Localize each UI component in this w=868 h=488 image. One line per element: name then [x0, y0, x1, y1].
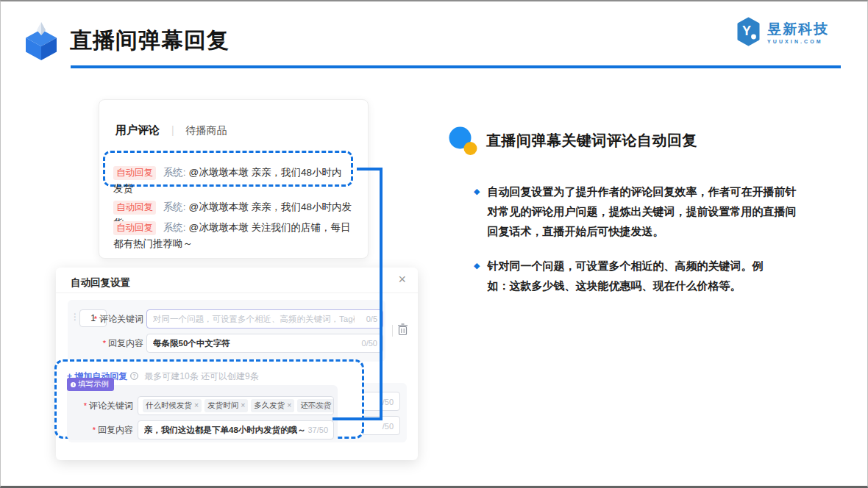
info-icon: i [71, 382, 76, 387]
keyword-tag[interactable]: 发货时间× [204, 399, 248, 412]
example-reply-counter: 37/50 [307, 426, 328, 434]
tag-close-icon[interactable]: × [241, 401, 245, 409]
feature-bullet-text: 针对同一个问题，可设置多个相近的、高频的关键词。例如：这款多少钱、这块能优惠吗、… [487, 256, 780, 295]
message-sender: 系统: [163, 222, 186, 233]
connector-line [332, 417, 383, 420]
message-sender: 系统: [163, 167, 186, 178]
auto-reply-badge: 自动回复 [113, 201, 156, 215]
brand-logo: Y 昱新科技 YUUXIN.COM [736, 17, 829, 49]
feature-bullet: ◆ 针对同一个问题，可设置多个相近的、高频的关键词。例如：这款多少钱、这块能优惠… [474, 256, 780, 295]
feature-heading: 直播间弹幕关键词评论自动回复 [486, 131, 697, 151]
dialog-title: 自动回复设置 [71, 276, 130, 290]
example-reply-input[interactable] [138, 420, 334, 439]
connector-line [380, 168, 383, 420]
chat-message: 自动回复 系统:@冰墩墩本墩 亲亲，我们48小时内发货 [113, 165, 349, 196]
keyword-counter: 0/5 [366, 315, 377, 323]
feature-bullet: ◆ 自动回复设置为了提升作者的评论回复效率，作者可在开播前针对常见的评论用户问题… [474, 182, 799, 241]
example-reply-label: *回复内容 [73, 424, 133, 437]
keyword-tag[interactable]: 什么时候发货× [143, 399, 202, 412]
keyword-input[interactable] [146, 309, 383, 329]
example-reply-input-wrap: 37/50 [138, 420, 334, 439]
brand-domain: YUUXIN.COM [767, 39, 829, 44]
keyword-counter-hidden: /50 [383, 398, 394, 406]
dialog-divider [56, 293, 418, 293]
add-hint-text: 最多可建10条 还可以创建9条 [144, 370, 258, 383]
brand-name: 昱新科技 [767, 22, 829, 37]
keyword-label: *评论关键词 [74, 313, 143, 326]
diamond-bullet-icon: ◆ [474, 182, 480, 241]
tag-close-icon[interactable]: × [333, 401, 334, 409]
svg-text:Y: Y [742, 24, 751, 38]
tab-divider: | [171, 124, 174, 136]
auto-reply-settings-dialog: 自动回复设置 × ⋮⋮ 1 *评论关键词 0/5 *回复内容 0/50 [56, 268, 418, 460]
tag-close-icon[interactable]: × [287, 401, 291, 409]
auto-reply-badge: 自动回复 [113, 221, 156, 235]
example-keyword-input-wrap: 什么时候发货× 发货时间× 多久发货× 还不发货× 20/50 [138, 396, 334, 415]
required-mark: * [94, 315, 97, 323]
tab-pending-products[interactable]: 待播商品 [185, 124, 227, 136]
svg-text:?: ? [133, 373, 136, 378]
page: 直播间弹幕回复 Y 昱新科技 YUUXIN.COM 用户评论 | 待播商品 自动… [0, 0, 868, 488]
reply-input-wrap: 0/50 [146, 334, 383, 353]
reply-label: *回复内容 [74, 337, 143, 350]
header-divider [71, 65, 841, 68]
delete-separator [392, 325, 393, 337]
example-dashed-frame: + 增加自动回复 ? 最多可建10条 还可以创建9条 i 填写示例 *评论关键词 [54, 359, 364, 439]
example-panel: *评论关键词 什么时候发货× 发货时间× 多久发货× 还不发货× 20/50 *… [67, 385, 338, 440]
tag-close-icon[interactable]: × [194, 401, 199, 409]
auto-reply-badge: 自动回复 [113, 166, 156, 180]
comments-card: 用户评论 | 待播商品 自动回复 系统:@冰墩墩本墩 亲亲，我们48小时内发货 … [99, 99, 369, 259]
required-mark: * [103, 339, 106, 348]
close-icon[interactable]: × [398, 272, 406, 287]
reply-input[interactable] [146, 334, 383, 353]
example-keyword-label: *评论关键词 [73, 400, 133, 412]
connector-line [357, 168, 383, 171]
info-icon: ? [130, 372, 138, 382]
reply-counter-hidden: /50 [383, 422, 394, 431]
delete-icon[interactable] [397, 323, 409, 337]
tab-user-comments[interactable]: 用户评论 [115, 123, 160, 136]
rule-row-1: ⋮⋮ 1 *评论关键词 0/5 *回复内容 0/50 [68, 300, 385, 362]
keyword-tag[interactable]: 多久发货× [251, 399, 294, 412]
required-mark: * [93, 426, 96, 434]
diamond-bullet-icon: ◆ [474, 256, 480, 295]
reply-counter: 0/50 [362, 339, 377, 348]
example-keyword-tags[interactable]: 什么时候发货× 发货时间× 多久发货× 还不发货× [138, 396, 334, 415]
example-keyword-counter: 20/50 [307, 401, 328, 410]
chat-message: 自动回复 系统:@冰墩墩本墩 关注我们的店铺，每日都有热门推荐呦～ [113, 220, 357, 251]
tab-bar: 用户评论 | 待播商品 [115, 123, 227, 137]
example-badge: i 填写示例 [67, 378, 114, 391]
feature-bullet-text: 自动回复设置为了提升作者的评论回复效率，作者可在开播前针对常见的评论用户问题，提… [487, 182, 799, 241]
message-sender: 系统: [163, 201, 186, 212]
keyword-input-wrap: 0/5 [146, 309, 383, 329]
cube-logo-icon [22, 21, 60, 63]
chat-bubble-icon [447, 126, 480, 161]
page-title: 直播间弹幕回复 [70, 26, 230, 56]
required-mark: * [84, 401, 87, 410]
brand-logo-icon: Y [736, 17, 761, 49]
